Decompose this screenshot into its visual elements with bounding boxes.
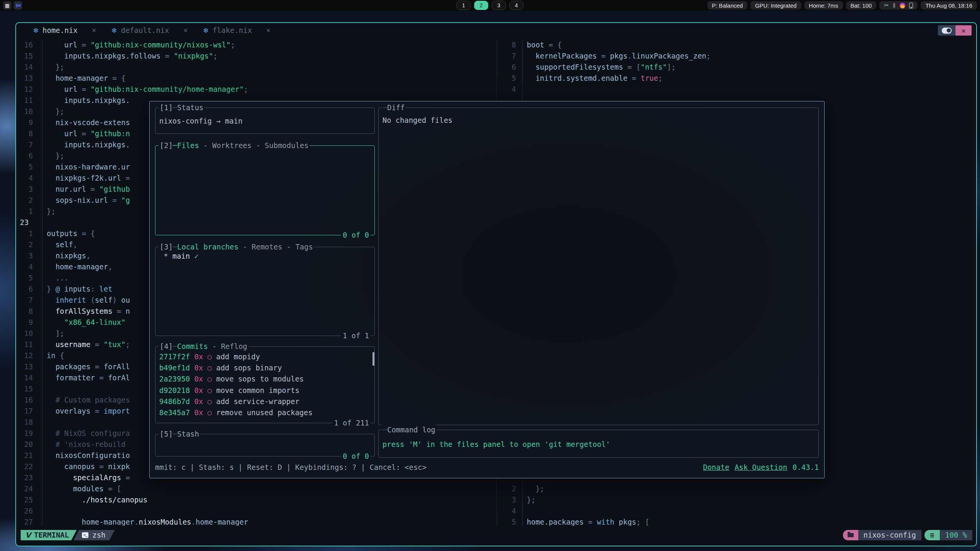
workspace-button-3[interactable]: 3 (492, 1, 506, 10)
diff-panel-title: ─Diff (382, 102, 406, 113)
code-line[interactable]: 4 (497, 84, 976, 95)
battery-module[interactable]: Bat: 100 (846, 1, 877, 10)
lazygit-keybindings-bar: mmit: c | Stash: s | Reset: D | Keybindi… (155, 462, 819, 473)
flame-icon[interactable] (900, 3, 905, 8)
code-line[interactable]: 25 ./hosts/canopus (17, 494, 497, 505)
line-number: 10 (17, 106, 42, 117)
code-line[interactable]: 7 kernelPackages = pkgs.linuxPackages_ze… (497, 51, 976, 62)
code-text: # Custom packages (42, 396, 130, 404)
lazygit-overlay: [1]─Status nixos-config → main [2]─Files… (149, 101, 825, 478)
code-text: inputs.nixpkgs. (42, 140, 130, 149)
commit-row[interactable]: b49ef1d 0x ○ add sops binary (155, 362, 374, 373)
scissors-icon[interactable]: ✂ (884, 2, 889, 9)
code-line[interactable]: 14 }; (17, 62, 497, 73)
workspace-button-1[interactable]: 1 (457, 1, 471, 10)
code-text: forAllSystems = n (42, 307, 130, 315)
toggle-button[interactable] (938, 25, 956, 36)
line-number: 8 (497, 39, 522, 51)
commit-row[interactable]: 8e345a7 0x ○ remove unused packages (155, 407, 374, 418)
status-panel-title: [1]─Status (158, 102, 204, 113)
neovim-icon[interactable]: $W (14, 1, 22, 10)
power-profile-module[interactable]: P: Balanced (707, 1, 748, 10)
phone-icon[interactable] (909, 3, 913, 8)
commit-row[interactable]: 2717f2f 0x ○ add mopidy (155, 351, 374, 362)
code-text (42, 385, 47, 393)
line-number: 6 (17, 284, 42, 295)
code-line[interactable]: 5home.packages = with pkgs; [ (497, 517, 976, 526)
code-line[interactable]: 3}; (497, 494, 976, 505)
line-number: 23 (17, 472, 42, 483)
tab-close-icon[interactable]: × (266, 26, 270, 34)
code-line[interactable]: 27 home-manager.nixosModules.home-manage… (17, 517, 497, 526)
statusline: VTERMINAL >_zsh nixos-config ≡ 100 % (16, 530, 976, 540)
line-number: 17 (17, 406, 42, 417)
code-line[interactable]: 2 }; (497, 483, 976, 494)
code-line[interactable]: 12 url = "github:nix-community/home-mana… (17, 84, 497, 95)
code-line[interactable]: 16 url = "github:nix-community/nixos-wsl… (17, 39, 497, 51)
code-text (42, 218, 47, 227)
nix-snowflake-icon: ❄ (33, 26, 39, 34)
code-text: specialArgs = (42, 473, 130, 482)
workspace-button-4[interactable]: 4 (510, 1, 524, 10)
bluetooth-icon[interactable]: ᛒ (893, 2, 896, 8)
donate-link[interactable]: Donate (703, 463, 729, 471)
code-line[interactable]: 26 (17, 505, 497, 517)
line-number: 14 (17, 62, 42, 73)
ask-question-link[interactable]: Ask Question (735, 463, 787, 471)
mode-label: TERMINAL (34, 530, 69, 540)
line-number: 2 (17, 195, 42, 206)
lazygit-command-log-panel[interactable]: ─Command log press 'M' in the files pane… (378, 430, 819, 458)
code-line[interactable]: 24 modules = [ (17, 483, 497, 494)
code-line[interactable]: 6 supportedFilesystems = ["ntfs"]; (497, 62, 976, 73)
code-line[interactable]: 13 home-manager = { (17, 73, 497, 84)
tab-home.nix[interactable]: ❄home.nix× (33, 26, 96, 34)
commit-row[interactable]: 9486b7d 0x ○ add service-wrapper (155, 396, 374, 407)
line-number: 12 (17, 350, 42, 361)
lazygit-version: 0.43.1 (792, 463, 819, 471)
code-line[interactable]: 4 (497, 505, 976, 517)
line-number: 14 (17, 372, 42, 383)
tab-close-icon[interactable]: × (184, 26, 188, 34)
line-number: 3 (17, 250, 42, 261)
tab-close-icon[interactable]: × (92, 26, 96, 34)
tab-default.nix[interactable]: ❄default.nix× (111, 26, 188, 34)
commit-row[interactable]: 2a23950 0x ○ move sops to modules (155, 373, 374, 385)
files-count: 0 of 0 (341, 230, 371, 241)
lazygit-branches-panel[interactable]: [3]─Local branches - Remotes - Tags * ma… (155, 247, 375, 336)
lazygit-stash-panel[interactable]: [5]─Stash 0 of 0 (155, 434, 375, 456)
code-line[interactable]: 8boot = { (497, 39, 976, 51)
command-log-title: ─Command log (382, 424, 436, 435)
code-text: }; (42, 63, 64, 71)
tray-module[interactable]: ✂ ᛒ (879, 1, 918, 10)
tab-flake.nix[interactable]: ❄flake.nix× (203, 26, 270, 34)
clock-module[interactable]: Thu Aug 08, 18:16 (921, 1, 977, 10)
repo-name: nixos-config (858, 530, 921, 540)
scroll-percent: 100 % (940, 530, 972, 540)
gpu-module[interactable]: GPU: Integrated (750, 1, 801, 10)
app-grid-icon[interactable]: ▦ (3, 1, 11, 10)
lazygit-diff-panel[interactable]: ─Diff No changed files (378, 108, 819, 425)
window-close-button[interactable]: × (956, 25, 972, 36)
code-text: } @ inputs: let (42, 285, 113, 293)
lazygit-status-panel[interactable]: [1]─Status nixos-config → main (155, 108, 375, 134)
code-line[interactable]: 5 initrd.systemd.enable = true; (497, 73, 976, 84)
code-text: ./hosts/canopus (42, 496, 147, 504)
branch-star: * (159, 252, 172, 260)
stash-panel-title: [5]─Stash (158, 429, 200, 440)
lazygit-commits-panel[interactable]: [4]─Commits - Reflog 2717f2f 0x ○ add mo… (155, 346, 375, 423)
code-line[interactable]: 15 inputs.nixpkgs.follows = "nixpkgs"; (17, 51, 497, 62)
network-latency-module[interactable]: Home: 7ms (804, 1, 843, 10)
commits-scrollbar[interactable] (372, 352, 374, 366)
commits-count: 1 of 211 (332, 417, 371, 429)
branches-count: 1 of 1 (341, 330, 371, 341)
lazygit-files-panel[interactable]: [2]─Files - Worktrees - Submodules 0 of … (155, 145, 375, 235)
commit-row[interactable]: d920218 0x ○ move common imports (155, 385, 374, 396)
line-number: 21 (17, 450, 42, 461)
code-text: # 'nixos-rebuild (42, 440, 126, 448)
code-text: username = "tux"; (42, 340, 130, 349)
line-number: 15 (17, 383, 42, 395)
code-text: "x86_64-linux" (42, 318, 126, 326)
line-number: 15 (17, 51, 42, 62)
line-number: 9 (17, 117, 42, 128)
workspace-button-2[interactable]: 2 (474, 1, 488, 10)
